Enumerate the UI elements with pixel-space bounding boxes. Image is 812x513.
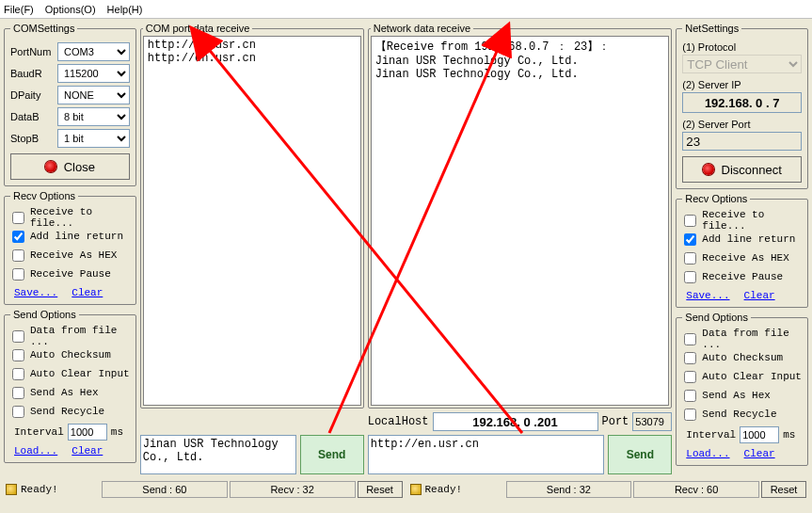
menubar: File(F) Options(O) Help(H) [0,0,812,19]
com-recv-count: Recv : 32 [230,481,356,498]
menu-options[interactable]: Options(O) [45,4,96,15]
com-send-button[interactable]: Send [300,435,364,474]
recv-options-left: Recv Options Receive to file... Add line… [4,190,136,305]
auto-clear-left[interactable] [12,368,24,380]
datab-label: DataB [10,111,57,122]
net-receive-legend: Network data receive [371,23,473,34]
com-receive-legend: COM port data receive [143,23,253,34]
serverip-label: (2) Server IP [682,79,802,90]
auto-checksum-left[interactable] [12,349,24,361]
close-button[interactable]: Close [10,153,130,180]
net-reset-button[interactable]: Reset [761,481,806,498]
recv-pause-right[interactable] [684,271,696,283]
recv-options-left-legend: Recv Options [10,190,78,201]
net-receive-area[interactable]: 【Receive from 192.168.0.7 ： 23】： Jinan U… [371,36,670,406]
baudr-label: BaudR [10,68,57,79]
send-as-hex-right[interactable] [684,390,696,402]
send-options-right-legend: Send Options [682,312,751,323]
interval-label-left: Interval [14,426,64,438]
save-link-right[interactable]: Save... [686,290,729,301]
clear-recv-link-right[interactable]: Clear [744,290,775,301]
clear-send-link-right[interactable]: Clear [744,448,775,459]
com-send-count: Send : 60 [102,481,228,498]
localhost-port-input [632,412,672,431]
auto-checksum-right[interactable] [684,352,696,364]
led-icon [410,484,422,495]
net-recv-count: Recv : 60 [633,481,759,498]
data-from-file-right[interactable] [684,333,696,345]
add-line-return-left[interactable] [12,231,24,243]
dparity-label: DPaity [10,89,57,101]
com-settings-legend: COMSettings [10,23,77,34]
net-settings-legend: NetSettings [682,23,741,34]
localhost-ip-input[interactable] [433,412,598,431]
portnum-label: PortNum [10,46,57,57]
localhost-label: LocalHost [368,415,429,428]
recv-as-hex-right[interactable] [684,252,696,265]
data-from-file-left[interactable] [12,330,24,343]
menu-help[interactable]: Help(H) [107,4,143,15]
send-recycle-right[interactable] [684,409,696,421]
recv-options-right-legend: Recv Options [682,193,750,204]
auto-clear-right[interactable] [684,371,696,383]
send-options-left-legend: Send Options [10,309,79,320]
interval-input-left[interactable] [68,424,107,441]
com-settings: COMSettings PortNum COM3 BaudR 115200 DP… [4,23,136,186]
interval-unit-left: ms [111,426,123,438]
send-as-hex-left[interactable] [12,387,24,399]
net-send-button[interactable]: Send [608,435,672,474]
save-link-left[interactable]: Save... [14,287,57,298]
stopb-label: StopB [10,133,57,144]
com-receive-area[interactable]: http://en.usr.cn http://en.usr.cn [143,36,361,406]
com-reset-button[interactable]: Reset [358,481,403,498]
load-link-left[interactable]: Load... [14,445,57,457]
load-link-right[interactable]: Load... [686,448,729,459]
send-options-right: Send Options Data from file ... Auto Che… [676,312,808,466]
interval-input-right[interactable] [740,426,779,443]
recv-pause-left[interactable] [12,268,24,281]
disconnect-button[interactable]: Disconnect [682,156,802,183]
stopb-select[interactable]: 1 bit [57,129,130,148]
send-options-left: Send Options Data from file ... Auto Che… [4,309,136,463]
recv-to-file-left[interactable] [12,212,24,224]
net-settings: NetSettings (1) Protocol TCP Client (2) … [676,23,808,189]
datab-select[interactable]: 8 bit [57,107,130,126]
interval-unit-right: ms [783,429,795,441]
serverip-input [682,92,802,113]
protocol-label: (1) Protocol [682,41,802,53]
recv-options-right: Recv Options Receive to file... Add line… [676,193,808,308]
portnum-select[interactable]: COM3 [57,42,130,61]
recv-as-hex-left[interactable] [12,249,24,262]
send-recycle-left[interactable] [12,406,24,418]
menu-file[interactable]: File(F) [4,4,34,15]
interval-label-right: Interval [686,429,736,441]
com-ready-status: Ready! [6,484,100,495]
dparity-select[interactable]: NONE [57,86,130,104]
protocol-select: TCP Client [682,55,802,73]
record-icon [703,164,714,175]
add-line-return-right[interactable] [684,233,696,246]
led-icon [6,484,17,495]
net-ready-status: Ready! [410,484,504,495]
net-send-count: Send : 32 [506,481,632,498]
com-send-input[interactable]: Jinan USR Technology Co., Ltd. [140,435,296,474]
record-icon [45,161,56,172]
port-label: Port [602,415,629,428]
net-receive-panel: Network data receive 【Receive from 192.1… [368,23,673,409]
serverport-label: (2) Server Port [682,119,802,130]
serverport-input [682,132,802,151]
baudr-select[interactable]: 115200 [57,64,130,83]
net-send-input[interactable]: http://en.usr.cn [368,435,605,474]
com-receive-panel: COM port data receive http://en.usr.cn h… [140,23,364,409]
clear-send-link-left[interactable]: Clear [72,445,103,457]
recv-to-file-right[interactable] [684,215,696,227]
clear-recv-link-left[interactable]: Clear [72,287,103,298]
